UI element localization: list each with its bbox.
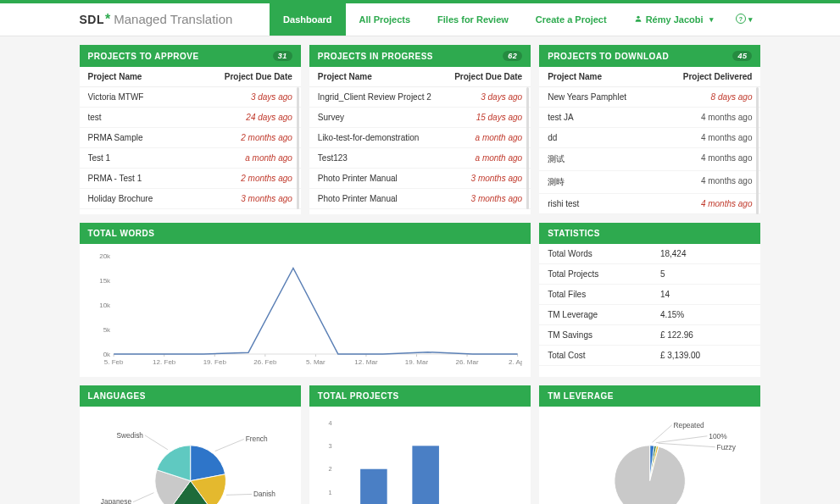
table-row[interactable]: PRMA Sample2 months ago — [80, 128, 301, 148]
svg-line-33 — [132, 493, 153, 502]
svg-text:Japanese: Japanese — [100, 497, 131, 504]
stat-value: £ 122.96 — [660, 330, 753, 340]
logo-star-icon: * — [105, 12, 110, 27]
stat-value: £ 3,139.00 — [660, 351, 753, 360]
cell-project-name: Ingrid_Client Review Project 2 — [318, 92, 481, 102]
stats-row: Total Projects5 — [539, 264, 760, 285]
cell-date: 2 months ago — [241, 133, 292, 142]
stats-row: Total Words18,424 — [539, 244, 760, 264]
logo-subtitle: Managed Translation — [114, 12, 232, 26]
col-project-name: Project Name — [318, 72, 454, 81]
table-row[interactable]: Survey15 days ago — [309, 108, 531, 128]
svg-rect-45 — [412, 446, 439, 504]
svg-text:French: French — [245, 435, 267, 443]
table-row[interactable]: New Years Pamphlet8 days ago — [539, 87, 760, 108]
table-row[interactable]: Photo Printer Manual3 months ago — [309, 189, 531, 209]
table-row[interactable]: Photo Printer Manual3 months ago — [309, 169, 531, 189]
panel-title: TOTAL PROJECTS — [318, 391, 399, 401]
svg-line-35 — [144, 435, 167, 450]
chart-total-words: 0k5k10k15k20k5. Feb12. Feb19. Feb26. Feb… — [80, 244, 531, 377]
panel-title: LANGUAGES — [88, 391, 146, 401]
cell-project-name: PRMA Sample — [88, 133, 242, 142]
table-row[interactable]: dd4 months ago — [539, 128, 760, 148]
user-icon — [634, 14, 643, 25]
stat-key: Total Projects — [548, 269, 660, 279]
panel-title: PROJECTS IN PROGRESS — [318, 52, 433, 61]
nav-dashboard[interactable]: Dashboard — [270, 3, 345, 36]
nav-help-menu[interactable]: ? ▾ — [727, 3, 761, 36]
cell-date: 8 days ago — [711, 92, 753, 102]
svg-text:100%: 100% — [709, 432, 727, 440]
cell-project-name: Photo Printer Manual — [318, 194, 471, 203]
cell-date: 4 months ago — [701, 176, 753, 188]
cell-project-name: 測试 — [548, 153, 701, 165]
logo-sdl: SDL — [80, 13, 105, 26]
svg-text:?: ? — [738, 15, 742, 21]
main-nav: Dashboard All Projects Files for Review … — [270, 3, 760, 36]
nav-create-project[interactable]: Create a Project — [522, 3, 620, 36]
panel-badge: 45 — [732, 51, 752, 61]
cell-date: 4 months ago — [701, 153, 753, 165]
cell-project-name: Test 1 — [88, 153, 246, 163]
stats-row: TM Savings£ 122.96 — [539, 325, 760, 346]
table-row[interactable]: 測時4 months ago — [539, 171, 760, 194]
nav-user-menu[interactable]: Rémy Jacobi ▾ — [620, 3, 727, 36]
stat-key: TM Leverage — [548, 310, 660, 319]
scrollbar[interactable] — [526, 87, 529, 209]
chevron-down-icon: ▾ — [709, 15, 714, 24]
table-row[interactable]: test24 days ago — [80, 108, 301, 128]
stat-value: 18,424 — [660, 249, 753, 258]
svg-line-50 — [656, 436, 708, 443]
scrollbar[interactable] — [297, 87, 299, 209]
svg-text:2: 2 — [328, 466, 331, 474]
cell-date: 4 months ago — [701, 133, 753, 142]
help-icon: ? — [736, 14, 746, 26]
col-project-name: Project Name — [88, 72, 225, 81]
table-row[interactable]: Victoria MTWF3 days ago — [80, 87, 301, 108]
stat-key: Total Files — [548, 290, 660, 299]
panel-badge: 31 — [273, 51, 292, 61]
panel-tm-leverage: TM LEVERAGE Repeated100%FuzzyNew — [539, 385, 760, 504]
table-row[interactable]: rishi test4 months ago — [539, 194, 760, 214]
nav-files-for-review[interactable]: Files for Review — [424, 3, 522, 36]
cell-date: a month ago — [476, 133, 523, 142]
table-row[interactable]: Holiday Brochure3 months ago — [80, 189, 301, 209]
table-row[interactable]: Test 1a month ago — [80, 148, 301, 169]
table-row[interactable]: 測试4 months ago — [539, 148, 760, 171]
svg-text:12. Mar: 12. Mar — [354, 358, 378, 366]
nav-all-projects[interactable]: All Projects — [346, 3, 425, 36]
svg-text:2. Apr: 2. Apr — [509, 358, 523, 366]
logo[interactable]: SDL * Managed Translation — [80, 12, 233, 27]
svg-text:26. Mar: 26. Mar — [455, 358, 479, 366]
cell-date: 3 days ago — [481, 92, 522, 102]
table-row[interactable]: Ingrid_Client Review Project 23 days ago — [309, 87, 531, 108]
panel-title: PROJECTS TO DOWNLOAD — [548, 52, 669, 61]
table-row[interactable]: Test123a month ago — [309, 148, 531, 169]
svg-line-27 — [214, 439, 243, 451]
svg-rect-43 — [360, 469, 387, 504]
table-row[interactable]: Liko-test-for-demonstrationa month ago — [309, 128, 531, 148]
chart-languages: FrenchDanishGermanJapaneseSwedish — [80, 407, 301, 504]
stats-row: TM Leverage4.15% — [539, 305, 760, 325]
cell-project-name: Holiday Brochure — [88, 194, 242, 203]
cell-date: 24 days ago — [246, 113, 292, 122]
stat-key: Total Words — [548, 249, 660, 258]
table-row[interactable]: test JA4 months ago — [539, 108, 760, 128]
chevron-down-icon: ▾ — [748, 15, 753, 24]
stat-value: 4.15% — [660, 310, 753, 319]
col-due-date: Project Due Date — [454, 72, 522, 81]
cell-date: 4 months ago — [701, 113, 753, 122]
cell-project-name: 測時 — [548, 176, 701, 188]
table-row[interactable]: PRMA - Test 12 months ago — [80, 169, 301, 189]
svg-line-29 — [225, 494, 251, 495]
svg-text:Fuzzy: Fuzzy — [717, 443, 737, 451]
col-due-date: Project Due Date — [225, 72, 292, 81]
svg-text:5. Mar: 5. Mar — [306, 358, 325, 366]
stat-key: Total Cost — [548, 351, 660, 360]
cell-project-name: Test123 — [318, 153, 476, 163]
stat-key: TM Savings — [548, 330, 660, 340]
panel-total-projects: TOTAL PROJECTS 01234Feb '18Mar '18Apr '1… — [309, 385, 531, 504]
svg-line-48 — [653, 425, 672, 443]
svg-text:15k: 15k — [99, 277, 111, 285]
cell-project-name: PRMA - Test 1 — [88, 174, 242, 183]
